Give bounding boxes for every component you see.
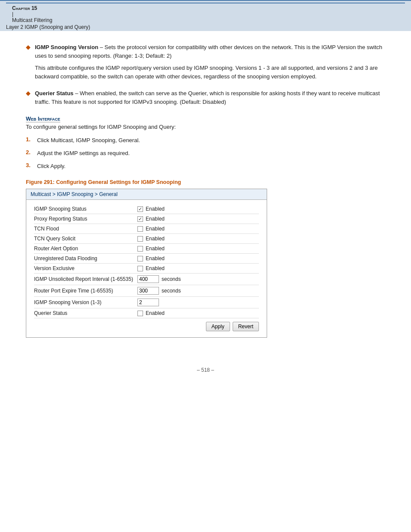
figure-row-6: Version ExclusiveEnabled: [34, 264, 259, 274]
fig-control-2: Enabled: [137, 226, 165, 232]
enabled-label-4: Enabled: [146, 246, 165, 252]
step-text-1: Click Multicast, IGMP Snooping, General.: [37, 136, 385, 145]
fig-label-7: IGMP Unsolicited Report Interval (1-6553…: [34, 276, 137, 282]
figure-row-0: IGMP Snooping Status✓Enabled: [34, 204, 259, 214]
header-subtitle: Layer 2 IGMP (Snooping and Query): [6, 24, 90, 30]
apply-button[interactable]: Apply: [206, 322, 230, 331]
bullet-sep-2: –: [74, 90, 80, 96]
chapter-pipe: |: [12, 11, 399, 17]
step-num-2: 2.: [26, 149, 37, 156]
fig-control-10: Enabled: [137, 310, 165, 316]
bullet-text-2: Querier Status – When enabled, the switc…: [35, 89, 385, 106]
fig-label-6: Version Exclusive: [34, 265, 137, 271]
fig-label-3: TCN Query Solicit: [34, 236, 137, 242]
subtitle-line: Layer 2 IGMP (Snooping and Query): [6, 24, 405, 30]
chapter-title: Multicast Filtering: [12, 17, 399, 23]
fig-control-3: Enabled: [137, 236, 165, 242]
enabled-label-5: Enabled: [146, 255, 165, 261]
bullet-term-2: Querier Status: [35, 90, 74, 96]
bullet-sep-1: –: [98, 44, 104, 50]
fig-control-7: seconds: [137, 275, 181, 283]
seconds-label-8: seconds: [162, 288, 181, 294]
checkbox-5[interactable]: [137, 256, 143, 261]
step-1: 1. Click Multicast, IGMP Snooping, Gener…: [26, 136, 385, 145]
figure-row-4: Router Alert OptionEnabled: [34, 244, 259, 254]
figure-row-9: IGMP Snooping Version (1-3): [34, 297, 259, 308]
bullet-diamond-1: ◆: [26, 44, 31, 50]
seconds-label-7: seconds: [162, 276, 181, 282]
figure-caption: Figure 291: Configuring General Settings…: [26, 179, 385, 185]
checkbox-4[interactable]: [137, 246, 143, 252]
figure-body: IGMP Snooping Status✓EnabledProxy Report…: [26, 200, 267, 337]
figure-row-7: IGMP Unsolicited Report Interval (1-6553…: [34, 274, 259, 285]
fig-control-4: Enabled: [137, 246, 165, 252]
checkbox-0[interactable]: ✓: [137, 206, 143, 212]
wi-label: Web Interface: [26, 116, 60, 122]
fig-control-0: ✓Enabled: [137, 206, 165, 212]
fig-control-9: [137, 299, 159, 306]
input-field-8[interactable]: [137, 287, 159, 295]
figure-title-bar: Multicast > IGMP Snooping > General: [26, 189, 267, 200]
fig-control-1: ✓Enabled: [137, 216, 165, 222]
fig-label-1: Proxy Reporting Status: [34, 216, 137, 222]
checkbox-6[interactable]: [137, 266, 143, 271]
step-num-3: 3.: [26, 162, 37, 168]
figure-row-5: Unregistered Data FloodingEnabled: [34, 254, 259, 264]
step-num-1: 1.: [26, 136, 37, 143]
bullet-diamond-2: ◆: [26, 90, 31, 96]
web-interface-heading: Web Interface: [26, 116, 385, 122]
figure-row-10: Querier StatusEnabled: [34, 308, 259, 318]
chapter-label-text: Chapter: [12, 5, 30, 11]
fig-label-8: Router Port Expire Time (1-65535): [34, 288, 137, 294]
fig-label-0: IGMP Snooping Status: [34, 206, 137, 212]
checkbox-3[interactable]: [137, 236, 143, 242]
step-2: 2. Adjust the IGMP settings as required.: [26, 149, 385, 158]
input-field-7[interactable]: [137, 275, 159, 283]
enabled-label-3: Enabled: [146, 236, 165, 242]
bullet-item-1: ◆ IGMP Snooping Version – Sets the proto…: [26, 43, 385, 81]
header-bar: Chapter 15 | Multicast Filtering Layer 2…: [0, 0, 411, 31]
enabled-label-2: Enabled: [146, 226, 165, 232]
bullet-text-1: IGMP Snooping Version – Sets the protoco…: [35, 43, 385, 81]
enabled-label-0: Enabled: [146, 206, 165, 212]
figure-row-1: Proxy Reporting Status✓Enabled: [34, 214, 259, 224]
fig-control-6: Enabled: [137, 265, 165, 271]
input-field-9[interactable]: [137, 299, 159, 306]
checkbox-2[interactable]: [137, 226, 143, 232]
step-text-3: Click Apply.: [37, 162, 385, 171]
figure-row-8: Router Port Expire Time (1-65535)seconds: [34, 285, 259, 297]
enabled-label-6: Enabled: [146, 265, 165, 271]
step-text-2: Adjust the IGMP settings as required.: [37, 149, 385, 158]
enabled-label-10: Enabled: [146, 310, 165, 316]
bullet-subpara-1: This attribute configures the IGMP repor…: [35, 64, 385, 81]
fig-control-8: seconds: [137, 287, 181, 295]
chapter-label: Chapter 15: [12, 5, 399, 11]
step-3: 3. Click Apply.: [26, 162, 385, 171]
bullet-desc-2: When enabled, the switch can serve as th…: [35, 90, 380, 105]
revert-button[interactable]: Revert: [233, 322, 259, 331]
figure-buttons-row: ApplyRevert: [34, 318, 259, 331]
figure-row-2: TCN FloodEnabled: [34, 224, 259, 234]
fig-control-5: Enabled: [137, 255, 165, 261]
checkbox-1[interactable]: ✓: [137, 216, 143, 222]
bullet-item-2: ◆ Querier Status – When enabled, the swi…: [26, 89, 385, 106]
checkbox-10[interactable]: [137, 311, 143, 316]
enabled-label-1: Enabled: [146, 216, 165, 222]
wi-intro: To configure general settings for IGMP S…: [26, 124, 385, 130]
main-content: ◆ IGMP Snooping Version – Sets the proto…: [0, 31, 411, 350]
chapter-line: Chapter 15 | Multicast Filtering: [6, 3, 405, 24]
fig-label-4: Router Alert Option: [34, 246, 137, 252]
page-number: – 518 –: [0, 367, 411, 382]
fig-label-5: Unregistered Data Flooding: [34, 255, 137, 261]
fig-label-2: TCN Flood: [34, 226, 137, 232]
figure-box: Multicast > IGMP Snooping > General IGMP…: [26, 189, 267, 338]
fig-label-9: IGMP Snooping Version (1-3): [34, 299, 137, 305]
bullet-term-1: IGMP Snooping Version: [35, 44, 98, 50]
fig-label-10: Querier Status: [34, 310, 137, 316]
figure-row-3: TCN Query SolicitEnabled: [34, 234, 259, 244]
chapter-number: 15: [31, 5, 37, 11]
